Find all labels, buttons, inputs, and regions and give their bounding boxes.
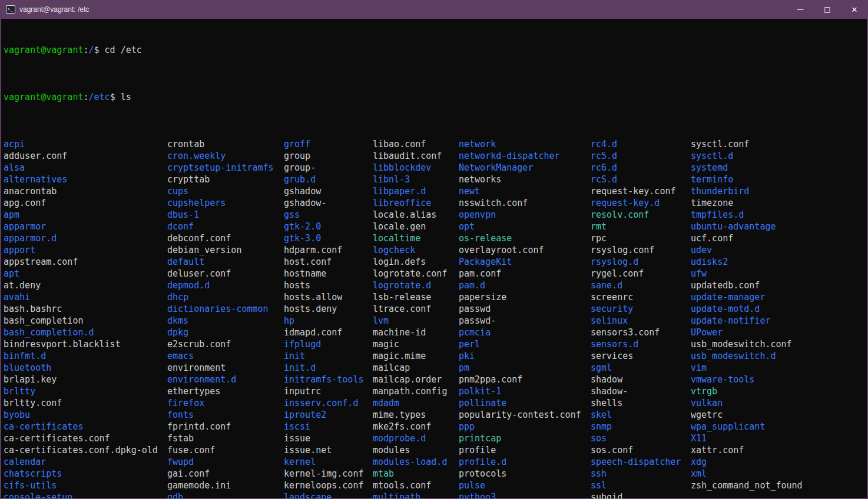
file-entry: group- [284, 162, 363, 174]
file-entry: bash.bashrc [4, 303, 158, 315]
directory-entry: ufw [691, 268, 803, 280]
directory-entry: gtk-2.0 [284, 221, 363, 232]
file-entry: mailcap [373, 362, 447, 374]
directory-entry: iproute2 [284, 409, 363, 421]
file-entry: subgid [591, 491, 681, 499]
file-entry: manpath.config [373, 385, 447, 397]
file-entry: appstream.conf [4, 256, 158, 268]
file-entry: ca-certificates.conf [4, 433, 158, 444]
file-entry: issue.net [284, 444, 363, 456]
file-entry: passwd- [459, 315, 581, 327]
symlink-entry: localtime [373, 232, 447, 244]
file-entry: gamemode.ini [167, 480, 274, 491]
directory-entry: perl [459, 338, 581, 350]
listing-column: rc4.drc5.drc6.drcS.drequest-key.confrequ… [591, 138, 681, 499]
directory-entry: sgml [591, 362, 681, 374]
directory-entry: network [459, 138, 581, 150]
file-entry: bindresvport.blacklist [4, 338, 158, 350]
file-entry: sensors3.conf [591, 327, 681, 338]
directory-entry: NetworkManager [459, 162, 581, 174]
directory-entry: ubuntu-advantage [691, 221, 803, 232]
listing-column: libao.conflibaudit.conflibblockdevlibnl-… [373, 138, 447, 499]
file-entry: mtools.conf [373, 480, 447, 491]
minimize-button[interactable]: — [787, 0, 814, 19]
directory-entry: initramfs-tools [284, 374, 363, 385]
file-entry: fprintd.conf [167, 421, 274, 433]
file-entry: wgetrc [691, 409, 803, 421]
directory-entry: default [167, 256, 274, 268]
directory-entry: security [591, 303, 681, 315]
symlink-entry: rmt [591, 221, 681, 232]
directory-entry: bash_completion.d [4, 327, 158, 338]
file-entry: deluser.conf [167, 268, 274, 280]
directory-entry: polkit-1 [459, 385, 581, 397]
directory-entry: ssl [591, 480, 681, 491]
file-entry: ltrace.conf [373, 303, 447, 315]
prompt-user: vagrant@vagrant [4, 45, 83, 55]
file-entry: hosts [284, 280, 363, 291]
terminal-icon: >_ [6, 5, 15, 14]
symlink-entry: vtrgb [691, 385, 803, 397]
directory-entry: sane.d [591, 280, 681, 291]
file-entry: magic.mime [373, 350, 447, 362]
directory-entry: byobu [4, 409, 158, 421]
directory-entry: fwupd [167, 456, 274, 468]
close-button[interactable]: ✕ [841, 0, 868, 19]
directory-entry: hp [284, 315, 363, 327]
directory-entry: thunderbird [691, 185, 803, 197]
terminal-content[interactable]: vagrant@vagrant:/$cd /etc vagrant@vagran… [1, 19, 867, 499]
file-entry: brltty.conf [4, 397, 158, 409]
directory-entry: cupshelpers [167, 197, 274, 209]
file-entry: gai.conf [167, 468, 274, 480]
directory-entry: sysctl.d [691, 150, 803, 162]
file-entry: login.defs [373, 256, 447, 268]
directory-entry: UPower [691, 327, 803, 338]
listing-column: groffgroupgroup-grub.dgshadowgshadow-gss… [284, 138, 363, 499]
file-entry: group [284, 150, 363, 162]
directory-entry: xdg [691, 456, 803, 468]
directory-entry: apm [4, 209, 158, 221]
command-text: cd /etc [105, 45, 142, 55]
prompt-sigil: $ [110, 92, 115, 102]
directory-entry: init [284, 350, 363, 362]
prompt-line-2: vagrant@vagrant:/etc$ls [1, 91, 867, 103]
window-controls: — □ ✕ [787, 0, 868, 19]
listing-column: sysctl.confsysctl.dsystemdterminfothunde… [691, 138, 803, 491]
file-entry: popularity-contest.conf [459, 409, 581, 421]
directory-entry: ca-certificates [4, 421, 158, 433]
directory-entry: calendar [4, 456, 158, 468]
file-entry: zsh_command_not_found [691, 480, 803, 491]
file-entry: mke2fs.conf [373, 421, 447, 433]
directory-entry: emacs [167, 350, 274, 362]
file-entry: kernel-img.conf [284, 468, 363, 480]
file-listing: acpiadduser.confalsaalternativesanacront… [1, 138, 867, 499]
file-entry: request-key.conf [591, 185, 681, 197]
file-entry: pam.conf [459, 268, 581, 280]
file-entry: hdparm.conf [284, 244, 363, 256]
directory-entry: vmware-tools [691, 374, 803, 385]
file-entry: apg.conf [4, 197, 158, 209]
file-entry: fstab [167, 433, 274, 444]
file-entry: pnm2ppa.conf [459, 374, 581, 385]
directory-entry: mdadm [373, 397, 447, 409]
directory-entry: alsa [4, 162, 158, 174]
file-entry: adduser.conf [4, 150, 158, 162]
directory-entry: X11 [691, 433, 803, 444]
file-entry: sysctl.conf [691, 138, 803, 150]
file-entry: environment [167, 362, 274, 374]
directory-entry: cryptsetup-initramfs [167, 162, 274, 174]
directory-entry: cups [167, 185, 274, 197]
titlebar[interactable]: >_ vagrant@vagrant: /etc — □ ✕ [0, 0, 868, 19]
file-entry: papersize [459, 291, 581, 303]
directory-entry: rsyslog.d [591, 256, 681, 268]
directory-entry: rc6.d [591, 162, 681, 174]
file-entry: updatedb.conf [691, 280, 803, 291]
directory-entry: libreoffice [373, 197, 447, 209]
directory-entry: selinux [591, 315, 681, 327]
file-entry: anacrontab [4, 185, 158, 197]
maximize-button[interactable]: □ [814, 0, 841, 19]
file-entry: shells [591, 397, 681, 409]
directory-entry: landscape [284, 491, 363, 499]
directory-entry: cifs-utils [4, 480, 158, 491]
directory-entry: terminfo [691, 174, 803, 185]
